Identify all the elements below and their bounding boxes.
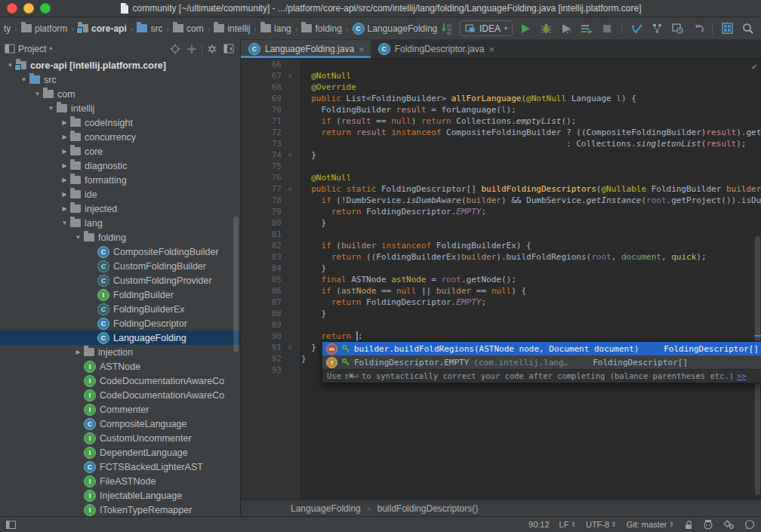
tree-item-compositelanguage[interactable]: CCompositeLanguage xyxy=(0,417,240,431)
locate-file-icon[interactable] xyxy=(168,42,182,56)
tree-item-core[interactable]: ▶core xyxy=(0,144,240,158)
tree-item-injection[interactable]: ▶injection xyxy=(0,345,240,359)
tree-expand-icon[interactable]: ▶ xyxy=(59,205,70,212)
tree-item-core-api[interactable]: ▼core-api [intellij.platform.core] xyxy=(0,58,240,72)
tree-item-src[interactable]: ▼src xyxy=(0,72,240,87)
search-everywhere-icon[interactable] xyxy=(740,21,755,36)
tree-item-concurrency[interactable]: ▶concurrency xyxy=(0,130,240,144)
tree-item-foldingbuilder[interactable]: IFoldingBuilder xyxy=(0,288,240,302)
code-line-74[interactable]: 74∧ } xyxy=(241,149,761,161)
code-line-88[interactable]: 88 } xyxy=(241,308,761,319)
rollback-icon[interactable] xyxy=(690,21,705,36)
lock-icon[interactable] xyxy=(684,520,693,530)
stop-icon[interactable] xyxy=(599,21,615,36)
tree-item-customfoldingbuilder[interactable]: CCustomFoldingBuilder xyxy=(0,259,240,273)
inspection-profile-icon[interactable] xyxy=(703,519,713,530)
nav-crumb-core-api[interactable]: core-api xyxy=(75,22,129,35)
tree-item-dependentlanguage[interactable]: IDependentLanguage xyxy=(0,445,240,460)
tree-item-languagefolding[interactable]: CLanguageFolding xyxy=(0,331,240,345)
chevron-down-icon[interactable]: ▾ xyxy=(49,45,52,52)
code-line-84[interactable]: 84 } xyxy=(241,263,761,274)
tree-item-codedocumentationawareco[interactable]: ICodeDocumentationAwareCo xyxy=(0,388,240,402)
code-line-66[interactable]: 66 xyxy=(241,59,761,70)
tree-item-customfoldingprovider[interactable]: CCustomFoldingProvider xyxy=(0,273,240,288)
nav-crumb-folding[interactable]: folding xyxy=(299,22,344,35)
code-line-67[interactable]: 67∨ @NotNull xyxy=(241,70,761,81)
code-line-70[interactable]: 70 FoldingBuilder result = forLanguage(l… xyxy=(241,104,761,115)
editor-tab-languagefolding.java[interactable]: CLanguageFolding.java× xyxy=(241,40,371,58)
project-scrollbar[interactable] xyxy=(233,217,239,352)
recent-changes-icon[interactable] xyxy=(670,21,685,36)
code-line-69[interactable]: 69 public List<FoldingBuilder> allForLan… xyxy=(241,93,761,104)
code-line-85[interactable]: 85 final ASTNode astNode = root.getNode(… xyxy=(241,274,761,285)
code-line-71[interactable]: 71 if (result == null) return Collection… xyxy=(241,115,761,127)
tree-expand-icon[interactable]: ▼ xyxy=(18,76,29,83)
nav-crumb-com[interactable]: com xyxy=(171,22,206,35)
tree-expand-icon[interactable]: ▶ xyxy=(59,162,70,169)
tree-item-folding[interactable]: ▼folding xyxy=(0,230,240,244)
code-line-77[interactable]: 77∨ public static FoldingDescriptor[] bu… xyxy=(241,183,761,195)
breadcrumb-method[interactable]: buildFoldingDescriptors() xyxy=(377,503,478,514)
nav-crumb-ty[interactable]: ty xyxy=(2,22,13,35)
tree-item-compositefoldingbuilder[interactable]: CCompositeFoldingBuilder xyxy=(0,244,240,259)
update-sources-icon[interactable]: 011001 xyxy=(439,21,454,36)
tree-expand-icon[interactable]: ▼ xyxy=(59,220,70,226)
tree-expand-icon[interactable]: ▶ xyxy=(59,148,70,155)
tree-expand-icon[interactable]: ▼ xyxy=(45,105,57,112)
tree-expand-icon[interactable]: ▶ xyxy=(59,119,70,126)
event-log-icon[interactable] xyxy=(744,519,755,530)
code-line-82[interactable]: 82 if (builder instanceof FoldingBuilder… xyxy=(241,240,761,251)
code-editor[interactable]: ✔ 6667∨ @NotNull68 @Override69 public Li… xyxy=(241,59,761,500)
run-config-combo[interactable]: IDEA▾ xyxy=(460,20,513,36)
tree-expand-icon[interactable]: ▶ xyxy=(72,349,84,355)
code-line-72[interactable]: 72 return result instanceof CompositeFol… xyxy=(241,127,761,138)
editor-tab-foldingdescriptor.java[interactable]: CFoldingDescriptor.java× xyxy=(371,40,501,58)
run-icon[interactable] xyxy=(518,21,533,36)
code-line-76[interactable]: 76 @NotNull xyxy=(241,172,761,183)
tree-item-intellij[interactable]: ▼intellij xyxy=(0,101,240,115)
close-tab-icon[interactable]: × xyxy=(359,45,365,54)
code-line-80[interactable]: 80 } xyxy=(241,217,761,229)
code-line-68[interactable]: 68 @Override xyxy=(241,81,761,93)
tree-expand-icon[interactable]: ▶ xyxy=(59,177,70,183)
vcs-update-icon[interactable] xyxy=(629,21,644,36)
tree-expand-icon[interactable]: ▼ xyxy=(72,234,84,241)
hint-more-link[interactable]: >> xyxy=(737,371,747,382)
encoding-widget[interactable]: UTF-8⇕ xyxy=(586,520,617,529)
tree-item-injected[interactable]: ▶injected xyxy=(0,201,240,216)
completion-item[interactable]: fFoldingDescriptor.EMPTY(com.intellij.la… xyxy=(322,355,761,369)
code-line-87[interactable]: 87 return FoldingDescriptor.EMPTY; xyxy=(241,297,761,308)
code-line-73[interactable]: 73 : Collections.singletonList(result); xyxy=(241,138,761,149)
coverage-icon[interactable] xyxy=(559,21,574,36)
tree-item-diagnostic[interactable]: ▶diagnostic xyxy=(0,158,240,173)
tree-item-formatting[interactable]: ▶formatting xyxy=(0,173,240,187)
debug-icon[interactable] xyxy=(538,21,553,36)
code-line-86[interactable]: 86 if (astNode == null || builder == nul… xyxy=(241,285,761,297)
breadcrumb-class[interactable]: LanguageFolding xyxy=(291,503,361,514)
hide-panel-icon[interactable] xyxy=(222,42,236,56)
tree-expand-icon[interactable]: ▶ xyxy=(59,191,70,198)
tree-item-ide[interactable]: ▶ide xyxy=(0,187,240,201)
tree-item-foldingbuilderex[interactable]: CFoldingBuilderEx xyxy=(0,302,240,316)
code-line-81[interactable]: 81 xyxy=(241,229,761,240)
caret-position-widget[interactable]: 90:12 xyxy=(528,520,550,529)
tree-item-codedocumentationawareco[interactable]: ICodeDocumentationAwareCo xyxy=(0,374,240,388)
tree-item-com[interactable]: ▼com xyxy=(0,87,240,101)
project-view-selector[interactable]: Project xyxy=(18,44,46,54)
git-branch-widget[interactable]: Git: master⇕ xyxy=(627,520,674,529)
code-line-89[interactable]: 89 xyxy=(241,319,761,331)
toolwindows-icon[interactable] xyxy=(719,21,735,36)
toolwindow-switcher-icon[interactable] xyxy=(6,521,16,529)
tree-item-astnode[interactable]: IASTNode xyxy=(0,359,240,374)
tree-item-foldingdescriptor[interactable]: CFoldingDescriptor xyxy=(0,316,240,331)
tree-item-commenter[interactable]: ICommenter xyxy=(0,402,240,417)
vcs-branch-icon[interactable] xyxy=(649,21,664,36)
tree-item-fctsbackedlighterast[interactable]: CFCTSBackedLighterAST xyxy=(0,460,240,474)
collapse-all-icon[interactable] xyxy=(185,42,199,56)
nav-crumb-languagefolding[interactable]: CLanguageFolding xyxy=(350,21,439,36)
completion-item[interactable]: mbuilder.buildFoldRegions(ASTNode node, … xyxy=(322,342,761,355)
build-icon[interactable] xyxy=(579,21,594,36)
tree-item-customuncommenter[interactable]: ICustomUncommenter xyxy=(0,431,240,445)
code-line-90[interactable]: 90 return ; xyxy=(241,331,761,342)
tree-expand-icon[interactable]: ▶ xyxy=(59,134,70,140)
